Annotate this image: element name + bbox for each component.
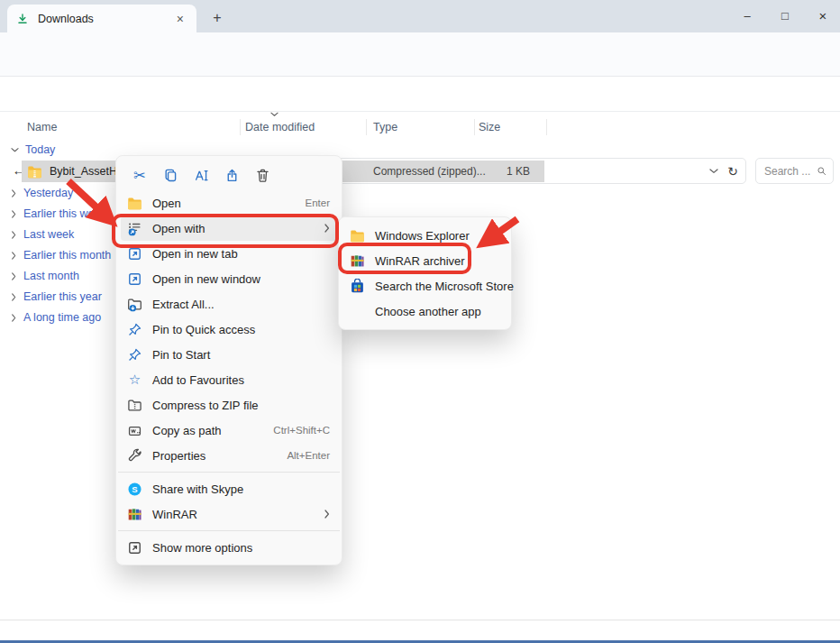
menu-item-copy-as-path[interactable]: Copy as path Ctrl+Shift+C [121, 418, 337, 443]
submenu-item-search-microsoft-store[interactable]: Search the Microsoft Store [343, 273, 507, 299]
pin-icon [127, 347, 142, 363]
chevron-right-icon[interactable] [11, 252, 17, 260]
submenu-item-choose-another-app[interactable]: Choose another app [343, 299, 507, 324]
column-divider[interactable] [240, 119, 241, 135]
menu-item-properties[interactable]: Properties Alt+Enter [121, 443, 337, 468]
chevron-right-icon[interactable] [11, 210, 17, 218]
file-explorer-window: Downloads × + – □ × New ✂ ↑↓ Sort ≡ View [0, 0, 840, 643]
group-label: Earlier this week [23, 207, 106, 220]
menu-item-open-in-new-tab[interactable]: Open in new tab [121, 241, 337, 266]
menu-item-open-with[interactable]: Open with [121, 216, 337, 241]
open-with-icon [127, 221, 142, 236]
cut-button[interactable]: ✂ [124, 163, 155, 188]
menu-item-label: Open with [152, 222, 324, 235]
skype-icon [127, 482, 142, 497]
menu-item-shortcut: Alt+Enter [287, 450, 330, 461]
pin-icon [127, 322, 142, 337]
menu-item-label: Copy as path [152, 424, 266, 437]
column-header-size[interactable]: Size [479, 121, 500, 133]
tab-downloads[interactable]: Downloads × [7, 5, 196, 32]
submenu-item-label: Search the Microsoft Store [375, 280, 514, 293]
zip-file-icon [27, 164, 42, 179]
search-input[interactable] [762, 164, 817, 179]
menu-item-open-in-new-window[interactable]: Open in new window [121, 266, 337, 291]
maximize-button[interactable]: □ [764, 0, 806, 32]
group-label: Last month [23, 270, 79, 282]
minimize-button[interactable]: – [726, 0, 768, 32]
extract-icon [127, 297, 142, 312]
close-button[interactable]: × [802, 0, 840, 32]
sort-direction-icon [270, 112, 278, 117]
download-icon [16, 13, 29, 25]
compress-icon [127, 398, 142, 413]
chevron-right-icon [324, 224, 330, 233]
group-label: Last week [23, 228, 74, 241]
tab-close-icon[interactable]: × [173, 12, 187, 26]
menu-item-label: WinRAR [152, 508, 324, 521]
file-size: 1 KB [507, 165, 530, 178]
chevron-right-icon[interactable] [11, 272, 17, 280]
group-label: Today [25, 143, 55, 156]
column-divider[interactable] [546, 119, 547, 135]
address-dropdown-icon[interactable] [709, 169, 718, 174]
menu-item-label: Add to Favourites [152, 373, 330, 387]
search-icon [817, 165, 826, 177]
chevron-right-icon[interactable] [11, 231, 17, 239]
address-bar: ← → ↑ › Downloads ↻ [0, 77, 840, 112]
group-label: Yesterday [23, 187, 73, 199]
submenu-item-windows-explorer[interactable]: Windows Explorer [343, 223, 507, 248]
new-tab-button[interactable]: + [205, 6, 229, 30]
folder-icon [350, 228, 365, 243]
menu-item-extract-all[interactable]: Extract All... [121, 291, 337, 317]
column-header-type[interactable]: Type [373, 121, 397, 133]
menu-item-show-more-options[interactable]: Show more options [121, 535, 337, 560]
star-icon: ☆ [127, 372, 142, 388]
menu-item-label: Open in new tab [152, 247, 330, 261]
column-divider[interactable] [474, 119, 475, 135]
refresh-icon[interactable]: ↻ [727, 164, 738, 179]
group-label: Earlier this month [23, 249, 111, 262]
file-type: Compressed (zipped)... [373, 165, 486, 178]
tab-bar: Downloads × + – □ × [0, 0, 840, 32]
menu-divider [118, 472, 340, 473]
menu-item-label: Compress to ZIP file [152, 399, 330, 412]
folder-icon [127, 196, 142, 211]
menu-item-label: Open [152, 197, 298, 210]
context-menu-icon-row: ✂ [116, 161, 342, 190]
menu-item-pin-to-quick-access[interactable]: Pin to Quick access [121, 317, 337, 342]
submenu-item-winrar-archiver[interactable]: WinRAR archiver [343, 248, 507, 273]
column-header-date-modified[interactable]: Date modified [245, 121, 315, 133]
winrar-icon [350, 253, 365, 269]
chevron-right-icon [324, 510, 330, 519]
rename-button[interactable] [186, 163, 216, 188]
show-more-icon [127, 540, 142, 556]
menu-item-open[interactable]: Open Enter [121, 190, 337, 216]
empty-icon-spacer [350, 304, 365, 319]
menu-item-share-with-skype[interactable]: Share with Skype [121, 476, 337, 501]
menu-item-add-to-favourites[interactable]: ☆ Add to Favourites [121, 367, 337, 392]
tab-title: Downloads [38, 13, 173, 25]
chevron-right-icon[interactable] [11, 314, 17, 322]
menu-item-label: Properties [152, 449, 279, 463]
delete-button[interactable] [247, 163, 278, 188]
menu-item-label: Show more options [152, 541, 330, 555]
search-box[interactable] [755, 158, 834, 184]
share-button[interactable] [216, 163, 247, 188]
menu-divider [118, 530, 340, 531]
column-divider[interactable] [366, 119, 367, 135]
menu-item-compress-to-zip[interactable]: Compress to ZIP file [121, 392, 337, 418]
chevron-right-icon[interactable] [11, 189, 17, 197]
column-header-name[interactable]: Name [27, 121, 57, 133]
chevron-right-icon[interactable] [11, 293, 17, 301]
menu-item-label: Pin to Quick access [152, 323, 330, 336]
menu-item-winrar[interactable]: WinRAR [121, 501, 337, 527]
trash-icon [255, 168, 270, 183]
menu-item-pin-to-start[interactable]: Pin to Start [121, 342, 337, 367]
submenu-item-label: WinRAR archiver [375, 254, 465, 268]
chevron-down-icon[interactable] [11, 146, 19, 154]
copy-button[interactable] [155, 163, 186, 188]
menu-item-label: Share with Skype [152, 482, 330, 496]
menu-item-shortcut: Ctrl+Shift+C [273, 425, 330, 436]
copy-path-icon [127, 423, 142, 438]
context-menu: ✂ Open Enter Open with Open in new tab O… [115, 155, 342, 565]
